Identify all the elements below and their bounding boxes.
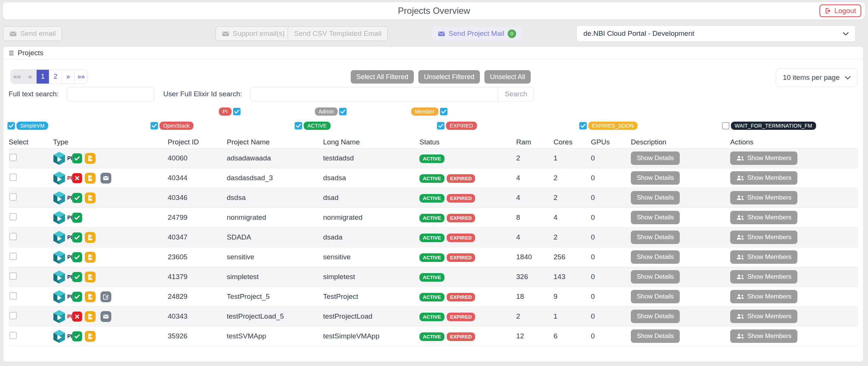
show-details-button[interactable]: Show Details — [631, 191, 680, 204]
portal-select[interactable]: de.NBI Cloud Portal - Development — [576, 25, 856, 42]
filter-type-expired-badge: EXPIRED — [446, 122, 477, 130]
row-checkbox[interactable] — [9, 253, 17, 260]
show-members-button[interactable]: Show Members — [730, 329, 797, 343]
type-cell: PI — [53, 231, 168, 244]
row-checkbox[interactable] — [9, 233, 17, 240]
table-body: PI 40060 adsadawaada testdadsd ACTIVE 2 … — [9, 148, 858, 346]
status-cell: ACTIVEEXPIRED — [419, 293, 516, 301]
show-members-button[interactable]: Show Members — [730, 211, 797, 224]
project-long-name: testProjectLoad — [323, 312, 419, 320]
project-long-name: dsada — [323, 233, 419, 241]
search-button[interactable]: Search — [498, 87, 534, 101]
edit-icon[interactable] — [100, 291, 111, 302]
support-emails-button[interactable]: Support email(s) — [216, 26, 291, 41]
elixir-id-search-input[interactable] — [250, 87, 498, 101]
mail-icon[interactable] — [100, 173, 111, 184]
select-cell — [9, 233, 53, 242]
row-checkbox[interactable] — [9, 213, 17, 220]
show-details-button[interactable]: Show Details — [631, 231, 680, 244]
pi-approved-check-icon — [72, 331, 82, 341]
show-members-button[interactable]: Show Members — [730, 250, 797, 264]
show-members-button[interactable]: Show Members — [730, 270, 797, 284]
filter-type-expires_soon: EXPIRES_SOON — [579, 122, 638, 130]
status-badge-expired: EXPIRED — [447, 332, 475, 341]
simplevm-logo-icon — [53, 290, 65, 304]
show-details-button[interactable]: Show Details — [631, 310, 680, 323]
filter-type-simplevm-checkbox[interactable] — [7, 122, 15, 129]
row-checkbox[interactable] — [9, 292, 17, 300]
send-email-button[interactable]: Send email — [3, 26, 62, 41]
show-details-button[interactable]: Show Details — [631, 290, 680, 303]
show-details-button[interactable]: Show Details — [631, 250, 680, 264]
filter-role-member-checkbox[interactable] — [440, 108, 447, 115]
pagination-page-2[interactable]: 2 — [49, 70, 62, 84]
pagination-first-page[interactable]: «« — [11, 70, 24, 84]
description-cell: Show Details — [631, 231, 730, 244]
project-long-name: TestProject — [323, 293, 419, 301]
select-all-filtered-button[interactable]: Select All Filtered — [351, 70, 414, 84]
logout-button[interactable]: Logout — [819, 4, 861, 17]
send-project-mail-button[interactable]: Send Project Mail 0 — [431, 26, 523, 41]
pagination: «««12»»» — [10, 69, 88, 84]
status-badge-expired: EXPIRED — [447, 313, 475, 321]
filter-role-pi-checkbox[interactable] — [233, 108, 241, 115]
show-members-button[interactable]: Show Members — [730, 191, 797, 204]
show-members-button[interactable]: Show Members — [730, 231, 797, 244]
pagination-page-1[interactable]: 1 — [37, 70, 49, 84]
filter-type-simplevm-badge: SimpleVM — [16, 122, 48, 130]
project-name: sensitive — [227, 253, 323, 261]
send-csv-templated-email-button[interactable]: Send CSV Templated Email — [288, 26, 388, 41]
row-checkbox[interactable] — [9, 272, 17, 280]
status-badge-expired: EXPIRED — [447, 293, 475, 301]
project-id: 35926 — [168, 332, 227, 340]
status-cell: ACTIVE — [419, 273, 516, 281]
row-checkbox[interactable] — [9, 332, 17, 339]
cores-value: 1 — [554, 154, 591, 162]
project-name: SDADA — [227, 233, 323, 241]
show-details-button[interactable]: Show Details — [631, 270, 680, 284]
row-checkbox[interactable] — [9, 312, 17, 319]
status-cell: ACTIVEEXPIRED — [419, 253, 516, 261]
envelope-icon — [438, 31, 445, 37]
status-badge-active: ACTIVE — [419, 313, 444, 321]
filter-type-expired-checkbox[interactable] — [437, 122, 444, 129]
filter-type-expires_soon-checkbox[interactable] — [579, 122, 587, 129]
status-badge-active: ACTIVE — [419, 253, 444, 262]
show-details-button[interactable]: Show Details — [631, 329, 680, 343]
show-members-button[interactable]: Show Members — [730, 151, 797, 165]
unselect-filtered-button[interactable]: Unselect Filtered — [418, 70, 480, 84]
mail-icon[interactable] — [100, 311, 111, 322]
filter-type-wait_for_termination_fm-checkbox[interactable] — [722, 122, 729, 129]
projects-panel: ☰ Projects «««12»»» Select All Filtered … — [3, 46, 864, 362]
pagination-next-page[interactable]: » — [62, 70, 75, 84]
unselect-all-button[interactable]: Unselect All — [484, 70, 531, 84]
row-checkbox[interactable] — [9, 154, 17, 161]
show-details-button[interactable]: Show Details — [631, 211, 680, 224]
project-id: 40344 — [168, 174, 227, 182]
users-icon — [736, 333, 744, 339]
status-badge-expired: EXPIRED — [447, 253, 475, 262]
full-text-search-input[interactable] — [67, 87, 154, 101]
cores-value: 2 — [554, 194, 591, 202]
description-cell: Show Details — [631, 250, 730, 264]
filter-type-active-checkbox[interactable] — [295, 122, 302, 129]
pagination-prev-page[interactable]: « — [24, 70, 37, 84]
project-long-name: testdadsd — [323, 154, 419, 162]
show-members-button[interactable]: Show Members — [730, 310, 797, 323]
show-members-button[interactable]: Show Members — [730, 290, 797, 303]
panel-title: Projects — [18, 49, 43, 57]
show-members-button[interactable]: Show Members — [730, 171, 797, 185]
description-cell: Show Details — [631, 270, 730, 284]
show-details-button[interactable]: Show Details — [631, 151, 680, 165]
pagination-last-page[interactable]: »» — [75, 70, 87, 84]
file-export-icon — [85, 311, 96, 322]
show-details-button[interactable]: Show Details — [631, 171, 680, 185]
items-per-page-select[interactable]: 10 items per page — [776, 68, 858, 87]
cores-value: 143 — [554, 273, 591, 281]
row-checkbox[interactable] — [9, 193, 17, 201]
page-header: Projects Overview Logout — [3, 2, 865, 19]
filter-type-openstack-checkbox[interactable] — [151, 122, 158, 129]
cores-value: 2 — [554, 174, 591, 182]
filter-role-admin-checkbox[interactable] — [339, 108, 347, 115]
row-checkbox[interactable] — [9, 173, 17, 181]
